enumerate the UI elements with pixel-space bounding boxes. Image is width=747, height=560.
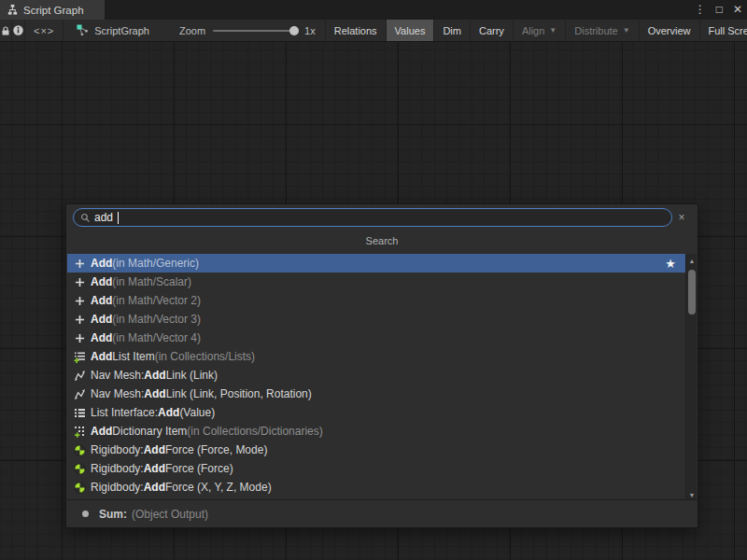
zoom-value: 1x (304, 25, 316, 36)
result-text-segment: Add (144, 369, 165, 382)
footer-detail: (Object Output) (132, 508, 208, 521)
result-text-segment: (Value) (179, 406, 215, 419)
toolbar-buttons: RelationsValuesDimCarryAlign▼Distribute▼… (325, 20, 747, 41)
result-row[interactable]: Add (in Math/Vector 3) (67, 310, 685, 329)
result-text-segment: Link (Link) (166, 369, 218, 382)
maximize-icon[interactable]: □ (716, 0, 723, 20)
node-graph-icon (77, 24, 89, 36)
result-row[interactable]: Add Dictionary Item (in Collections/Dict… (67, 422, 685, 441)
search-row: add × (66, 204, 698, 229)
result-row[interactable]: Add List Item (in Collections/Lists) (67, 347, 685, 366)
add-dictionary-icon (73, 425, 87, 438)
result-text-segment: Add (91, 294, 112, 307)
selection-detail-footer: Sum: (Object Output) (66, 499, 698, 527)
close-icon[interactable]: ✕ (733, 0, 742, 20)
tab-script-graph[interactable]: Script Graph (0, 0, 105, 20)
plus-icon (73, 331, 87, 344)
button-label: Distribute (574, 25, 617, 36)
zoom-slider-handle[interactable] (289, 26, 299, 35)
result-text-segment: Add (144, 481, 165, 494)
result-text-segment: (in Math/Generic) (112, 257, 199, 270)
result-text-segment: Force (Force, Mode) (165, 443, 267, 456)
script-graph-window: Script Graph ⋮ □ ✕ (0, 0, 747, 560)
result-row[interactable]: Add (in Math/Vector 4) (67, 329, 685, 347)
rigidbody-icon (73, 481, 87, 494)
list-icon (73, 406, 87, 419)
chevron-down-icon: ▼ (549, 26, 557, 35)
result-row[interactable]: Rigidbody: Add Force (Force) (67, 459, 685, 478)
lock-button[interactable] (0, 20, 12, 41)
result-row[interactable]: Rigidbody: Add Force (X, Y, Z, Mode) (67, 478, 685, 497)
result-row[interactable]: Rigidbody: Add Force (Force, Mode) (67, 441, 685, 459)
plus-icon (73, 313, 87, 326)
tab-label: Script Graph (23, 5, 84, 16)
result-text-segment: Add (144, 443, 165, 456)
search-query-text: add (94, 209, 113, 226)
favorite-star-icon[interactable]: ★ (665, 257, 676, 271)
distribute-button[interactable]: Distribute▼ (565, 20, 638, 41)
chevron-down-icon: ▼ (623, 26, 630, 35)
result-text-segment: List Interface: (91, 406, 158, 419)
overview-button[interactable]: Overview (639, 20, 699, 41)
relations-button[interactable]: Relations (325, 20, 386, 41)
values-button[interactable]: Values (386, 20, 434, 41)
rigidbody-icon (73, 462, 87, 475)
scrollbar-thumb[interactable] (688, 270, 696, 315)
result-row[interactable]: Nav Mesh: Add Link (Link) (67, 366, 685, 385)
button-label: Relations (334, 25, 377, 36)
carry-button[interactable]: Carry (470, 20, 513, 41)
result-text-segment: (in Collections/Dictionaries) (187, 425, 322, 438)
search-input[interactable]: add (73, 208, 672, 227)
code-view-icon: <×> (34, 25, 54, 36)
plus-icon (73, 294, 87, 307)
full-screen-button[interactable]: Full Screen (699, 20, 747, 41)
scrollbar[interactable]: ▲ ▼ (685, 254, 697, 501)
info-icon (12, 24, 24, 36)
button-label: Carry (479, 25, 504, 36)
window-menu-icon[interactable]: ⋮ (695, 0, 706, 20)
graph-hierarchy-icon (7, 4, 19, 16)
search-results-list: Add (in Math/Generic)★Add (in Math/Scala… (67, 254, 685, 497)
result-row[interactable]: Nav Mesh: Add Link (Link, Position, Rota… (67, 385, 685, 403)
window-controls: ⋮ □ ✕ (695, 0, 742, 20)
result-text-segment: Add (91, 257, 112, 270)
plus-icon (73, 257, 87, 270)
result-text-segment: (in Math/Vector 3) (112, 313, 201, 326)
result-text-segment: Nav Mesh: (91, 369, 144, 382)
dim-button[interactable]: Dim (433, 20, 470, 41)
result-text-segment: (in Math/Scalar) (112, 275, 191, 288)
search-icon (80, 213, 91, 223)
nav-mesh-icon (73, 387, 87, 400)
result-text-segment: Force (X, Y, Z, Mode) (165, 481, 272, 494)
scroll-up-button[interactable]: ▲ (686, 255, 698, 266)
zoom-slider[interactable] (213, 30, 297, 32)
code-view-button[interactable]: <×> (25, 20, 63, 41)
result-text-segment: Rigidbody: (91, 443, 144, 456)
button-label: Dim (443, 25, 461, 36)
graph-name-label: ScriptGraph (94, 25, 149, 36)
zoom-control: Zoom 1x (161, 20, 325, 41)
popup-close-button[interactable]: × (672, 211, 691, 224)
nav-mesh-icon (73, 369, 87, 382)
text-caret (118, 212, 119, 224)
title-bar: Script Graph ⋮ □ ✕ (0, 0, 747, 20)
button-label: Align (522, 25, 544, 36)
result-row[interactable]: List Interface: Add (Value) (67, 403, 685, 422)
dot-icon (82, 511, 89, 517)
result-row[interactable]: Add (in Math/Generic)★ (67, 254, 685, 273)
result-text-segment: Add (144, 462, 165, 475)
result-text-segment: Add (91, 313, 112, 326)
info-button[interactable] (12, 20, 25, 41)
result-text-segment: List Item (112, 350, 154, 363)
add-list-icon (73, 350, 87, 363)
result-text-segment: Force (Force) (165, 462, 233, 475)
result-text-segment: Add (144, 387, 165, 400)
graph-reference[interactable]: ScriptGraph (63, 20, 161, 41)
plus-icon (73, 275, 87, 288)
result-row[interactable]: Add (in Math/Vector 2) (67, 291, 685, 310)
align-button[interactable]: Align▼ (513, 20, 565, 41)
result-text-segment: Add (158, 406, 179, 419)
result-text-segment: (in Math/Vector 2) (112, 294, 201, 307)
result-text-segment: Rigidbody: (91, 481, 144, 494)
result-row[interactable]: Add (in Math/Scalar) (67, 273, 685, 291)
